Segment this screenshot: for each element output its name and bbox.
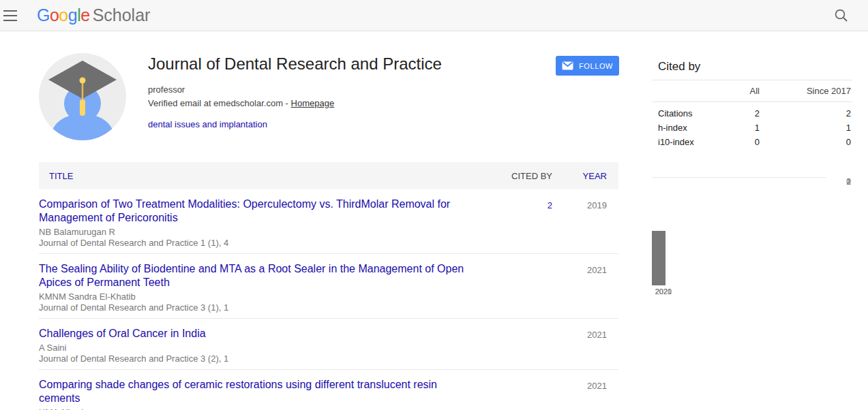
- y-axis-tick: 0: [830, 177, 851, 187]
- citations-chart: 2 1 0 2020 2021: [652, 177, 852, 313]
- h-index-label[interactable]: h-index: [652, 121, 719, 135]
- cited-by-header-row: All Since 2017: [652, 80, 852, 102]
- search-icon[interactable]: [834, 8, 849, 23]
- publication-venue: Journal of Dental Research and Practice …: [39, 353, 474, 364]
- publication-authors: A Saini: [39, 343, 474, 353]
- homepage-link[interactable]: Homepage: [291, 98, 335, 108]
- citations-all-value: 2: [719, 106, 760, 121]
- sort-by-citations-button[interactable]: CITED BY: [474, 171, 552, 181]
- publication-row: Challenges of Oral Cancer in India A Sai…: [39, 319, 618, 370]
- publication-venue: Journal of Dental Research and Practice …: [39, 302, 474, 313]
- i10-index-label[interactable]: i10-index: [652, 135, 719, 149]
- publication-year: 2021: [552, 262, 607, 313]
- column-since-2017: Since 2017: [760, 86, 852, 96]
- envelope-icon: [562, 61, 573, 70]
- sort-by-year-button[interactable]: YEAR: [552, 171, 607, 181]
- google-scholar-logo[interactable]: GoogleScholar: [37, 5, 150, 25]
- publication-authors: NB Balamurugan R: [39, 227, 474, 238]
- publication-title-link[interactable]: Comparing shade changes of ceramic resto…: [39, 378, 474, 405]
- cited-by-title: Cited by: [652, 53, 852, 74]
- publications-table: TITLE CITED BY YEAR Comparison of Two Tr…: [39, 162, 618, 410]
- publication-title-link[interactable]: Comparison of Two Treatment Modalities: …: [39, 198, 474, 225]
- profile-info: Journal of Dental Research and Practice …: [148, 54, 530, 130]
- follow-button-label: FOLLOW: [579, 62, 613, 70]
- chart-bar-2021[interactable]: [652, 231, 665, 285]
- publications-header-row: TITLE CITED BY YEAR: [39, 162, 618, 189]
- x-axis-label: 2021: [652, 287, 675, 296]
- publication-venue: Journal of Dental Research and Practice …: [39, 238, 474, 249]
- publication-title-link[interactable]: The Sealing Ability of Biodentine and MT…: [39, 262, 474, 289]
- publication-row: Comparing shade changes of ceramic resto…: [39, 370, 618, 410]
- publication-authors: KMNM Sandra El-Khatib: [39, 291, 474, 302]
- publication-row: Comparison of Two Treatment Modalities: …: [39, 189, 618, 254]
- top-bar: GoogleScholar: [0, 0, 868, 31]
- i10-index-all-value: 0: [719, 135, 760, 149]
- menu-icon[interactable]: [0, 0, 30, 31]
- verified-email-line: Verified email at emedscholar.com - Home…: [148, 97, 530, 109]
- logo-letter: o: [59, 5, 68, 25]
- publication-authors: HMA Allawi: [39, 407, 474, 410]
- logo-letter: e: [80, 5, 89, 25]
- publication-row: The Sealing Ability of Biodentine and MT…: [39, 254, 618, 319]
- publication-year: 2021: [552, 327, 607, 364]
- h-index-all-value: 1: [719, 121, 760, 135]
- h-index-row: h-index 1 1: [652, 121, 852, 135]
- publication-year: 2021: [552, 378, 607, 410]
- gridline: [652, 177, 826, 178]
- i10-index-since-value: 0: [760, 135, 852, 149]
- profile-role: professor: [148, 84, 530, 95]
- publication-title-link[interactable]: Challenges of Oral Cancer in India: [39, 327, 474, 341]
- logo-letter: G: [37, 5, 50, 25]
- logo-letter: o: [50, 5, 59, 25]
- publication-year: 2019: [552, 198, 607, 249]
- citations-since-value: 2: [760, 106, 852, 121]
- profile-name: Journal of Dental Research and Practice: [148, 54, 530, 74]
- cited-by-table: All Since 2017 Citations 2 2 h-index 1 1…: [652, 80, 852, 149]
- column-all: All: [719, 86, 760, 96]
- cited-by-panel: Cited by All Since 2017 Citations 2 2 h-…: [652, 53, 852, 149]
- interest-link[interactable]: dental issues and implantation: [148, 119, 267, 129]
- logo-letter: g: [68, 5, 77, 25]
- avatar: [39, 53, 126, 140]
- citations-label[interactable]: Citations: [652, 106, 719, 121]
- h-index-since-value: 1: [760, 121, 852, 135]
- logo-scholar-text: Scholar: [93, 5, 151, 25]
- follow-button[interactable]: FOLLOW: [556, 56, 619, 76]
- i10-index-row: i10-index 0 0: [652, 135, 852, 149]
- sort-by-title-button[interactable]: TITLE: [39, 171, 474, 181]
- citations-row: Citations 2 2: [652, 106, 852, 121]
- scholar-profile-page: GoogleScholar Journal of Dental Research: [0, 0, 868, 410]
- citation-count-link[interactable]: 2: [548, 200, 552, 210]
- verified-email-text: Verified email at emedscholar.com -: [148, 98, 291, 108]
